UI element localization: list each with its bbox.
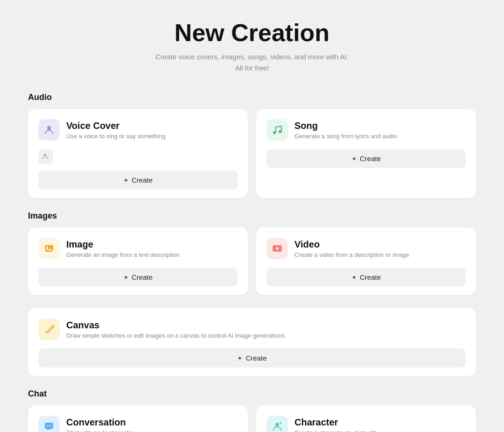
conversation-card: Conversation Chat with an AI character ✦… <box>28 405 248 432</box>
images-section-label: Images <box>28 211 476 221</box>
page-title: New Creation <box>28 19 476 47</box>
voice-cover-icon <box>38 119 60 141</box>
video-card: Video Create a video from a description … <box>256 227 476 295</box>
character-card: Character Create a character to chat wit… <box>256 405 476 432</box>
character-desc: Create a character to chat with <box>294 429 377 432</box>
svg-point-13 <box>50 425 51 426</box>
image-info: Image Generate an image from a text desc… <box>66 239 180 258</box>
song-card: Song Generate a song from lyrics and aud… <box>256 109 476 198</box>
page-header: New Creation Create voice covers, images… <box>28 19 476 74</box>
images-section: Images Image Generate an image from a te… <box>28 211 476 295</box>
conversation-info: Conversation Chat with an AI character <box>66 417 134 432</box>
audio-cards-row: Voice Cover Use a voice to sing or say s… <box>28 109 476 198</box>
sparkle-icon: ✦ <box>123 177 129 184</box>
voice-cover-card: Voice Cover Use a voice to sing or say s… <box>28 109 248 198</box>
canvas-icon <box>38 319 60 340</box>
video-icon <box>266 238 288 259</box>
voice-cover-create-button[interactable]: ✦ Create <box>38 170 238 190</box>
canvas-title: Canvas <box>66 320 285 331</box>
sparkle-icon: ✦ <box>351 155 357 163</box>
sparkle-icon: ✦ <box>351 274 357 281</box>
voice-cover-extra-icon-row <box>38 149 238 164</box>
svg-point-0 <box>47 126 51 130</box>
video-card-header: Video Create a video from a description … <box>266 238 466 259</box>
video-desc: Create a video from a description or ima… <box>294 251 409 258</box>
images-cards-row: Image Generate an image from a text desc… <box>28 227 476 295</box>
song-create-button[interactable]: ✦ Create <box>266 149 466 168</box>
canvas-create-button[interactable]: ✦ Create <box>38 348 466 368</box>
canvas-section: Canvas Draw simple sketches or edit imag… <box>28 308 476 376</box>
image-desc: Generate an image from a text descriptio… <box>66 251 180 258</box>
conversation-icon <box>38 416 60 432</box>
video-create-button[interactable]: ✦ Create <box>266 268 466 287</box>
sparkle-icon: ✦ <box>237 354 243 362</box>
canvas-desc: Draw simple sketches or edit images on a… <box>66 332 285 339</box>
voice-cover-info: Voice Cover Use a voice to sing or say s… <box>66 120 165 140</box>
add-voice-icon <box>38 149 53 164</box>
conversation-desc: Chat with an AI character <box>66 429 134 432</box>
chat-section: Chat Conversation Chat with an AI <box>28 389 476 432</box>
voice-cover-card-header: Voice Cover Use a voice to sing or say s… <box>38 119 238 141</box>
svg-point-1 <box>44 154 46 156</box>
song-icon <box>266 119 288 141</box>
sparkle-icon: ✦ <box>123 274 129 281</box>
voice-cover-desc: Use a voice to sing or say something <box>66 133 165 140</box>
character-icon <box>266 416 288 432</box>
image-card: Image Generate an image from a text desc… <box>28 227 248 295</box>
video-info: Video Create a video from a description … <box>294 239 409 258</box>
voice-cover-title: Voice Cover <box>66 120 165 131</box>
song-info: Song Generate a song from lyrics and aud… <box>294 120 397 140</box>
chat-section-label: Chat <box>28 389 476 399</box>
character-info: Character Create a character to chat wit… <box>294 417 377 432</box>
character-title: Character <box>294 417 377 428</box>
chat-cards-row: Conversation Chat with an AI character ✦… <box>28 405 476 432</box>
svg-point-4 <box>279 130 281 133</box>
canvas-card-header: Canvas Draw simple sketches or edit imag… <box>38 319 466 340</box>
audio-section-label: Audio <box>28 92 476 102</box>
song-title: Song <box>294 120 397 131</box>
song-card-header: Song Generate a song from lyrics and aud… <box>266 119 466 141</box>
character-card-header: Character Create a character to chat wit… <box>266 416 466 432</box>
svg-point-11 <box>49 425 49 426</box>
conversation-card-header: Conversation Chat with an AI character <box>38 416 238 432</box>
page-subtitle: Create voice covers, images, songs, vide… <box>28 51 476 74</box>
canvas-card: Canvas Draw simple sketches or edit imag… <box>28 308 476 376</box>
image-card-header: Image Generate an image from a text desc… <box>38 238 238 259</box>
conversation-title: Conversation <box>66 417 134 428</box>
audio-section: Audio Voice Cover Use a voice to sing or… <box>28 92 476 198</box>
video-title: Video <box>294 239 409 250</box>
svg-point-3 <box>273 131 276 134</box>
svg-point-14 <box>275 423 279 426</box>
song-desc: Generate a song from lyrics and audio <box>294 133 397 140</box>
image-create-button[interactable]: ✦ Create <box>38 268 238 287</box>
svg-point-12 <box>47 425 48 426</box>
canvas-info: Canvas Draw simple sketches or edit imag… <box>66 320 285 339</box>
image-title: Image <box>66 239 180 250</box>
svg-marker-10 <box>47 429 48 430</box>
image-icon <box>38 238 60 259</box>
